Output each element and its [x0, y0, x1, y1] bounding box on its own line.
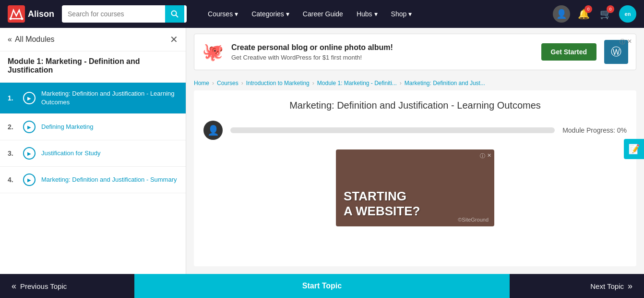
- start-topic-button[interactable]: Start Topic: [134, 274, 510, 298]
- nav-courses[interactable]: Courses ▾: [202, 6, 244, 22]
- content-ad-controls: ⓘ ✕: [480, 152, 491, 160]
- close-sidebar-button[interactable]: ✕: [170, 34, 178, 45]
- page-content: Marketing: Definition and Justification …: [194, 90, 636, 266]
- progress-label: Module Progress: 0%: [562, 126, 627, 134]
- topic-item-4[interactable]: 4. ▶ Marketing: Definition and Justifica…: [0, 167, 186, 193]
- cart-button[interactable]: 🛒 0: [597, 5, 614, 23]
- module-title: Module 1: Marketing - Definition and Jus…: [0, 51, 186, 83]
- floating-note-button[interactable]: 📝: [624, 139, 644, 159]
- content-title: Marketing: Definition and Justification …: [203, 100, 627, 111]
- chevron-down-icon: ▾: [374, 10, 378, 18]
- note-icon: 📝: [628, 143, 640, 155]
- breadcrumb-courses[interactable]: Courses: [217, 80, 239, 87]
- user-icon: 👤: [556, 9, 567, 19]
- breadcrumb-course[interactable]: Introduction to Marketing: [246, 80, 310, 87]
- search-button[interactable]: [165, 5, 184, 23]
- ad-octopus-icon: 🐙: [202, 42, 224, 62]
- main-layout: « All Modules ✕ Module 1: Marketing - De…: [0, 28, 644, 274]
- content-ad-info[interactable]: ⓘ: [480, 152, 485, 160]
- ad-controls: ⓘ ✕: [620, 38, 632, 46]
- nav-career-guide[interactable]: Career Guide: [297, 6, 349, 22]
- nav-hubs[interactable]: Hubs ▾: [351, 6, 383, 22]
- ad-cta-button[interactable]: Get Started: [541, 43, 596, 61]
- breadcrumb: Home › Courses › Introduction to Marketi…: [186, 76, 644, 90]
- ad-text: Create personal blog or online photo alb…: [231, 43, 534, 61]
- ad-close-button[interactable]: ✕: [627, 38, 632, 46]
- notification-badge: 0: [584, 5, 592, 13]
- logo-text: Alison: [28, 9, 54, 19]
- progress-bar-wrap: [230, 127, 555, 133]
- search-input[interactable]: [62, 6, 165, 22]
- sidebar: « All Modules ✕ Module 1: Marketing - De…: [0, 28, 186, 274]
- navbar: Alison Courses ▾ Categories ▾ Career Gui…: [0, 0, 644, 28]
- breadcrumb-sep-1: ›: [212, 80, 214, 87]
- topic-list: 1. ▶ Marketing: Definition and Justifica…: [0, 83, 186, 193]
- ad-subtitle: Get Creative with WordPress for $1 first…: [231, 54, 534, 61]
- prev-topic-button[interactable]: « Previous Topic: [0, 274, 134, 298]
- cart-badge: 0: [607, 5, 614, 13]
- svg-point-2: [10, 18, 12, 20]
- topic-title-4: Marketing: Definition and Justification …: [41, 175, 177, 184]
- content-area: 🐙 Create personal blog or online photo a…: [186, 28, 644, 274]
- nav-links: Courses ▾ Categories ▾ Career Guide Hubs…: [202, 6, 545, 22]
- breadcrumb-sep-3: ›: [312, 80, 314, 87]
- breadcrumb-home[interactable]: Home: [194, 80, 209, 87]
- search-bar: [62, 5, 187, 23]
- content-ad-close[interactable]: ✕: [487, 152, 491, 160]
- play-icon-1: ▶: [23, 92, 36, 104]
- user-progress-avatar: 👤: [203, 121, 223, 140]
- next-topic-button[interactable]: Next Topic »: [510, 274, 644, 298]
- topic-title-1: Marketing: Definition and Justification …: [41, 89, 178, 107]
- content-ad-text: STARTINGA WEBSITE?: [336, 181, 428, 226]
- svg-rect-0: [8, 5, 25, 23]
- search-icon: [171, 10, 179, 18]
- topic-item-3[interactable]: 3. ▶ Justification for Study: [0, 140, 186, 167]
- avatar-icon: 👤: [207, 124, 219, 136]
- next-topic-label: Next Topic: [590, 282, 624, 290]
- svg-line-5: [176, 15, 179, 18]
- svg-point-4: [172, 11, 177, 16]
- nav-right: 👤 🔔 0 🛒 0 en: [553, 5, 636, 23]
- all-modules-label: All Modules: [15, 35, 55, 44]
- chevron-down-icon: ▾: [408, 10, 412, 18]
- user-avatar[interactable]: 👤: [553, 5, 570, 23]
- double-chevron-right-icon: »: [628, 281, 632, 291]
- ad-banner: 🐙 Create personal blog or online photo a…: [194, 34, 636, 70]
- double-chevron-left-icon: «: [12, 281, 16, 291]
- logo[interactable]: Alison: [8, 5, 54, 23]
- topic-item-1[interactable]: 1. ▶ Marketing: Definition and Justifica…: [0, 83, 186, 114]
- topic-num-1: 1.: [8, 94, 17, 102]
- notifications-button[interactable]: 🔔 0: [575, 5, 592, 23]
- play-icon-3: ▶: [23, 147, 36, 160]
- breadcrumb-sep-2: ›: [241, 80, 243, 87]
- breadcrumb-topic[interactable]: Marketing: Definition and Just...: [405, 80, 485, 87]
- play-icon-2: ▶: [23, 121, 36, 133]
- nav-shop[interactable]: Shop ▾: [385, 6, 418, 22]
- logo-icon: [8, 5, 25, 23]
- ad-info-button[interactable]: ⓘ: [620, 38, 625, 46]
- chevron-down-icon: ▾: [286, 10, 289, 18]
- topic-num-2: 2.: [8, 123, 17, 131]
- sidebar-header: « All Modules ✕: [0, 28, 186, 51]
- topic-item-2[interactable]: 2. ▶ Defining Marketing: [0, 114, 186, 140]
- topic-num-3: 3.: [8, 149, 17, 157]
- content-ad-watermark: ©SiteGround: [458, 217, 489, 223]
- topic-num-4: 4.: [8, 176, 17, 184]
- nav-categories[interactable]: Categories ▾: [246, 6, 295, 22]
- chevron-down-icon: ▾: [235, 10, 238, 18]
- progress-row: 👤 Module Progress: 0%: [203, 121, 627, 140]
- back-all-modules-button[interactable]: « All Modules: [8, 35, 55, 44]
- topic-title-3: Justification for Study: [41, 149, 101, 158]
- play-icon-4: ▶: [23, 174, 36, 186]
- bottom-bar: « Previous Topic Start Topic Next Topic …: [0, 274, 644, 298]
- breadcrumb-module[interactable]: Module 1: Marketing - Definiti...: [317, 80, 397, 87]
- content-ad: ⓘ ✕ STARTINGA WEBSITE? ©SiteGround: [336, 149, 494, 226]
- ad-title: Create personal blog or online photo alb…: [231, 43, 534, 52]
- double-chevron-left-icon: «: [8, 35, 12, 44]
- topic-title-2: Defining Marketing: [41, 123, 93, 131]
- breadcrumb-sep-4: ›: [400, 80, 402, 87]
- start-topic-label: Start Topic: [302, 282, 342, 290]
- language-button[interactable]: en: [619, 5, 636, 23]
- language-label: en: [625, 11, 631, 17]
- prev-topic-label: Previous Topic: [20, 282, 67, 290]
